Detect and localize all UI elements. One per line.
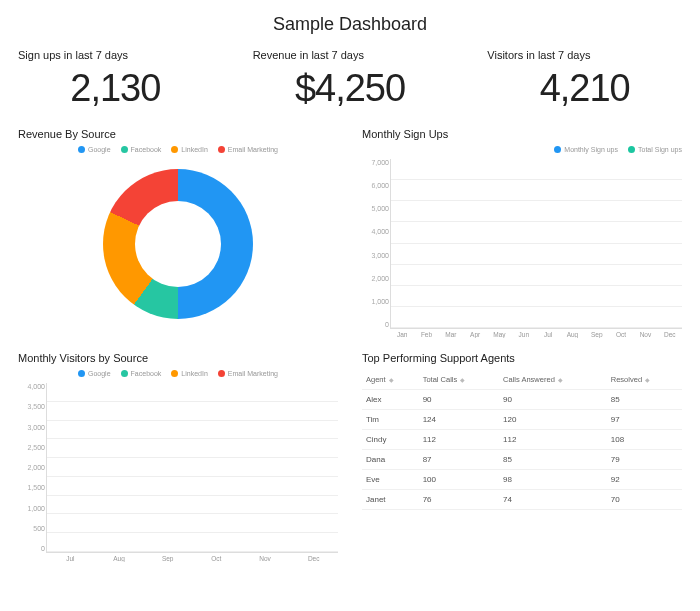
ytick: 0 <box>363 321 389 328</box>
xtick: Mar <box>439 331 463 338</box>
table-cell: 74 <box>499 490 607 510</box>
ytick: 4,000 <box>363 228 389 235</box>
table-header[interactable]: Calls Answered◆ <box>499 370 607 390</box>
kpi-label: Visitors in last 7 days <box>487 49 682 61</box>
table-cell: 100 <box>419 470 499 490</box>
panel-revenue-by-source: Revenue By Source Google Facebook Linked… <box>18 128 338 338</box>
ytick: 3,000 <box>19 424 45 431</box>
xtick: Jul <box>46 555 95 562</box>
xtick: Sep <box>585 331 609 338</box>
ytick: 3,500 <box>19 403 45 410</box>
kpi-revenue: Revenue in last 7 days $4,250 <box>253 49 448 110</box>
legend-item: LinkedIn <box>171 370 207 377</box>
table-cell: 76 <box>419 490 499 510</box>
legend: Google Facebook LinkedIn Email Marketing <box>18 370 338 377</box>
table-cell: Eve <box>362 470 419 490</box>
table-cell: Alex <box>362 390 419 410</box>
table-header[interactable]: Agent◆ <box>362 370 419 390</box>
panel-monthly-visitors: Monthly Visitors by Source Google Facebo… <box>18 352 338 562</box>
table-cell: 85 <box>607 390 682 410</box>
ytick: 1,000 <box>19 505 45 512</box>
sort-icon: ◆ <box>460 377 465 383</box>
table-row: Alex909085 <box>362 390 682 410</box>
table-cell: 92 <box>607 470 682 490</box>
kpi-value: $4,250 <box>253 67 448 110</box>
sort-icon: ◆ <box>558 377 563 383</box>
table-row: Eve1009892 <box>362 470 682 490</box>
legend-item: Email Marketing <box>218 370 278 377</box>
ytick: 6,000 <box>363 182 389 189</box>
table-cell: 87 <box>419 450 499 470</box>
table-cell: 112 <box>499 430 607 450</box>
xtick: Nov <box>241 555 290 562</box>
legend-item: Monthly Sign ups <box>554 146 618 153</box>
ytick: 1,000 <box>363 298 389 305</box>
table-cell: 108 <box>607 430 682 450</box>
ytick: 5,000 <box>363 205 389 212</box>
sort-icon: ◆ <box>645 377 650 383</box>
sort-icon: ◆ <box>389 377 394 383</box>
panel-monthly-signups: Monthly Sign Ups Monthly Sign ups Total … <box>362 128 682 338</box>
ytick: 500 <box>19 525 45 532</box>
xtick: Oct <box>609 331 633 338</box>
table-cell: Dana <box>362 450 419 470</box>
table-cell: 79 <box>607 450 682 470</box>
kpi-value: 2,130 <box>18 67 213 110</box>
agents-table: Agent◆Total Calls◆Calls Answered◆Resolve… <box>362 370 682 510</box>
panel-title: Revenue By Source <box>18 128 338 140</box>
table-header[interactable]: Total Calls◆ <box>419 370 499 390</box>
kpi-value: 4,210 <box>487 67 682 110</box>
panel-title: Monthly Visitors by Source <box>18 352 338 364</box>
xtick: Sep <box>143 555 192 562</box>
legend-item: Google <box>78 146 111 153</box>
ytick: 2,000 <box>363 275 389 282</box>
table-cell: 90 <box>419 390 499 410</box>
legend-item: Email Marketing <box>218 146 278 153</box>
xtick: Dec <box>289 555 338 562</box>
legend-item: Google <box>78 370 111 377</box>
kpi-label: Sign ups in last 7 days <box>18 49 213 61</box>
table-row: Janet767470 <box>362 490 682 510</box>
legend: Monthly Sign ups Total Sign ups <box>362 146 682 153</box>
xtick: Aug <box>95 555 144 562</box>
xtick: Jan <box>390 331 414 338</box>
legend: Google Facebook LinkedIn Email Marketing <box>18 146 338 153</box>
xtick: Dec <box>658 331 682 338</box>
table-cell: 120 <box>499 410 607 430</box>
table-cell: Cindy <box>362 430 419 450</box>
panel-top-agents: Top Performing Support Agents Agent◆Tota… <box>362 352 682 562</box>
kpi-signups: Sign ups in last 7 days 2,130 <box>18 49 213 110</box>
table-cell: 90 <box>499 390 607 410</box>
xtick: Apr <box>463 331 487 338</box>
ytick: 0 <box>19 545 45 552</box>
table-row: Cindy112112108 <box>362 430 682 450</box>
table-header[interactable]: Resolved◆ <box>607 370 682 390</box>
table-cell: 70 <box>607 490 682 510</box>
table-cell: 124 <box>419 410 499 430</box>
table-cell: 112 <box>419 430 499 450</box>
ytick: 2,500 <box>19 444 45 451</box>
table-row: Dana878579 <box>362 450 682 470</box>
panel-title: Top Performing Support Agents <box>362 352 682 364</box>
ytick: 4,000 <box>19 383 45 390</box>
table-cell: 85 <box>499 450 607 470</box>
bar-chart-visitors: 4,0003,5003,0002,5002,0001,5001,0005000 <box>46 383 338 553</box>
legend-item: Total Sign ups <box>628 146 682 153</box>
kpi-row: Sign ups in last 7 days 2,130 Revenue in… <box>18 49 682 110</box>
table-cell: 97 <box>607 410 682 430</box>
xtick: May <box>487 331 511 338</box>
table-cell: Janet <box>362 490 419 510</box>
ytick: 1,500 <box>19 484 45 491</box>
bar-chart-signups: 7,0006,0005,0004,0003,0002,0001,0000 <box>390 159 682 329</box>
donut-chart <box>103 169 253 319</box>
panel-title: Monthly Sign Ups <box>362 128 682 140</box>
table-cell: Tim <box>362 410 419 430</box>
legend-item: LinkedIn <box>171 146 207 153</box>
legend-item: Facebook <box>121 370 162 377</box>
ytick: 3,000 <box>363 252 389 259</box>
kpi-label: Revenue in last 7 days <box>253 49 448 61</box>
ytick: 2,000 <box>19 464 45 471</box>
xtick: Nov <box>633 331 657 338</box>
xtick: Jun <box>512 331 536 338</box>
xtick: Jul <box>536 331 560 338</box>
